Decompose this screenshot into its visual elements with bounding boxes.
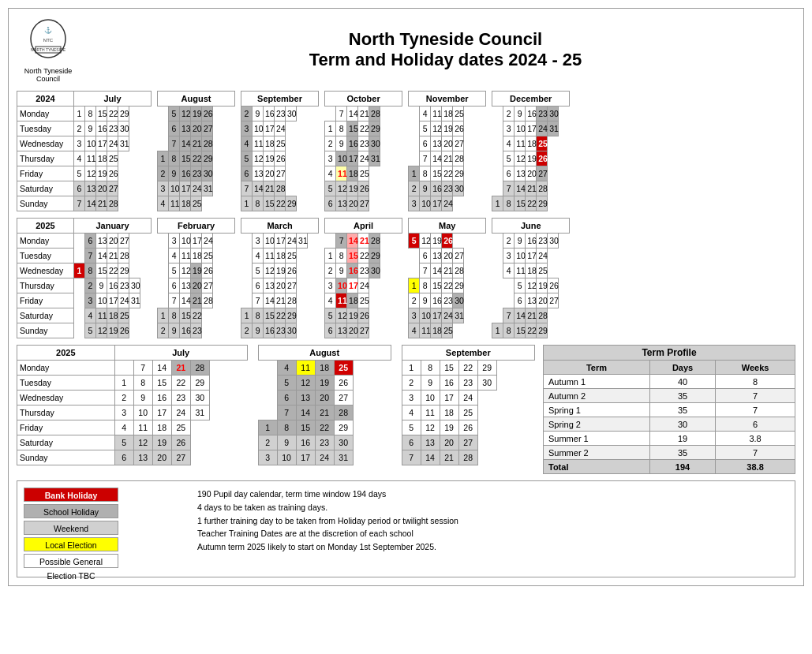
legend-weekend: Weekend bbox=[24, 521, 181, 535]
note-item: Autumn term 2025 likely to start on Mond… bbox=[197, 540, 458, 554]
day-label-sunday: Sunday bbox=[17, 196, 74, 211]
table-row: Friday 3 10 17 24 31 7 14 21 28 bbox=[17, 293, 795, 308]
legend-container: Bank Holiday School Holiday Weekend Loca… bbox=[24, 488, 788, 570]
month-october-2024: October bbox=[325, 92, 402, 107]
cal-table-2024: 2024 July August September October Novem… bbox=[17, 91, 795, 211]
term-name: Summer 1 bbox=[544, 432, 650, 446]
general-election-box: Possible General Election TBC bbox=[24, 554, 118, 568]
term-days: 30 bbox=[649, 417, 715, 432]
cal-2024-row1: 2024 July August September October Novem… bbox=[17, 91, 795, 211]
term-days: 194 bbox=[649, 460, 715, 474]
table-row: Wednesday 1 8 15 22 29 5 12 19 26 bbox=[17, 263, 795, 278]
legend-school-holiday: School Holiday bbox=[24, 504, 181, 518]
svg-text:NTC: NTC bbox=[43, 38, 54, 43]
logo: ⚓ NTC NORTH TYNESIDE North Tyneside Coun… bbox=[17, 17, 80, 83]
table-row: Sunday 7 14 21 28 4 11 18 25 bbox=[17, 196, 795, 211]
term-name: Summer 2 bbox=[544, 446, 650, 460]
cal-2025-row1: 2025 January February March April May Ju… bbox=[17, 218, 795, 338]
legend-section: Bank Holiday School Holiday Weekend Loca… bbox=[17, 480, 795, 577]
term-profile-section: Term Profile Term Days Weeks Autumn 1 40… bbox=[543, 345, 795, 474]
page: ⚓ NTC NORTH TYNESIDE North Tyneside Coun… bbox=[8, 8, 804, 586]
term-weeks: 7 bbox=[716, 403, 795, 417]
term-name: Autumn 2 bbox=[544, 389, 650, 403]
day-label-monday: Monday bbox=[17, 107, 74, 121]
month-feb-2025: February bbox=[158, 219, 235, 234]
table-row: Thursday 3 10 17 24 31 7 14 21 28 bbox=[17, 405, 535, 420]
bottom-section: 2025 July August September Monday 7 14 bbox=[17, 345, 795, 474]
bank-holiday-box: Bank Holiday bbox=[24, 488, 118, 502]
svg-text:NORTH TYNESIDE: NORTH TYNESIDE bbox=[31, 47, 66, 52]
month-apr-2025: April bbox=[325, 219, 402, 234]
term-name: Spring 1 bbox=[544, 403, 650, 417]
table-row: Monday 1 8 15 22 29 5 12 19 26 bbox=[17, 107, 795, 121]
weekend-box: Weekend bbox=[24, 521, 118, 535]
day-label-tuesday: Tuesday bbox=[17, 121, 74, 136]
note-item: 1 further training day to be taken from … bbox=[197, 514, 458, 528]
col-weeks: Weeks bbox=[716, 361, 795, 375]
term-days: 40 bbox=[649, 375, 715, 389]
day-label-monday: Monday bbox=[17, 234, 74, 249]
month-aug-2025: August bbox=[258, 346, 391, 361]
term-weeks: 38.8 bbox=[716, 460, 795, 474]
school-holiday-box: School Holiday bbox=[24, 504, 118, 518]
month-jun-2025: June bbox=[492, 219, 570, 234]
term-name: Autumn 1 bbox=[544, 375, 650, 389]
day-label-saturday: Saturday bbox=[17, 181, 74, 196]
table-row: Friday 4 11 18 25 1 8 15 22 29 bbox=[17, 420, 535, 435]
col-days: Days bbox=[649, 361, 715, 375]
day-label-thursday: Thursday bbox=[17, 151, 74, 166]
month-mar-2025: March bbox=[241, 219, 319, 234]
local-election-box: Local Election bbox=[24, 537, 118, 551]
day-label-saturday: Saturday bbox=[17, 308, 74, 323]
month-july-2024: July bbox=[74, 92, 152, 107]
table-row: Saturday 4 11 18 25 1 8 15 22 bbox=[17, 308, 795, 323]
year-2024: 2024 bbox=[17, 92, 74, 107]
term-weeks: 7 bbox=[716, 446, 795, 460]
term-days: 35 bbox=[649, 389, 715, 403]
table-row: Wednesday 3 10 17 24 31 7 14 21 28 bbox=[17, 136, 795, 151]
table-row: Tuesday 1 8 15 22 29 5 12 19 26 bbox=[17, 376, 535, 391]
table-row: Tuesday 2 9 16 23 30 6 13 20 27 bbox=[17, 121, 795, 136]
term-days: 35 bbox=[649, 446, 715, 460]
legend-local-election: Local Election bbox=[24, 537, 181, 551]
term-weeks: 8 bbox=[716, 375, 795, 389]
day-label-tuesday: Tuesday bbox=[17, 249, 74, 263]
table-row: Thursday 2 9 16 23 30 6 13 20 27 bbox=[17, 278, 795, 293]
term-name: Spring 2 bbox=[544, 417, 650, 432]
header: ⚓ NTC NORTH TYNESIDE North Tyneside Coun… bbox=[17, 17, 795, 83]
table-row: Sunday 6 13 20 27 3 10 17 24 31 bbox=[17, 450, 535, 465]
note-item: Teacher Training Dates are at the discre… bbox=[197, 527, 458, 540]
term-weeks: 6 bbox=[716, 417, 795, 432]
note-item: 4 days to be taken as training days. bbox=[197, 501, 458, 514]
legend-bank-holiday: Bank Holiday bbox=[24, 488, 181, 502]
legend-general-election: Possible General Election TBC bbox=[24, 554, 181, 568]
day-label-friday: Friday bbox=[17, 166, 74, 181]
term-days: 35 bbox=[649, 403, 715, 417]
svg-text:⚓: ⚓ bbox=[44, 26, 52, 34]
left-bottom: 2025 July August September Monday 7 14 bbox=[17, 345, 535, 474]
notes-column: 190 Pupil day calendar, term time window… bbox=[197, 488, 458, 570]
month-sep-2025: September bbox=[402, 346, 534, 361]
table-row: Sunday 5 12 19 26 2 9 16 23 bbox=[17, 323, 795, 338]
col-term: Term bbox=[544, 361, 650, 375]
day-label-friday: Friday bbox=[17, 293, 74, 308]
main-title: North Tyneside Council bbox=[95, 29, 795, 50]
crest-icon: ⚓ NTC NORTH TYNESIDE bbox=[24, 17, 72, 64]
year-2025: 2025 bbox=[17, 219, 74, 234]
table-row: Saturday 6 13 20 27 3 10 17 24 31 bbox=[17, 181, 795, 196]
cal-table-2025b: 2025 July August September Monday 7 14 bbox=[17, 345, 535, 465]
title-block: North Tyneside Council Term and Holiday … bbox=[95, 29, 795, 70]
term-profile-title: Term Profile bbox=[544, 346, 795, 361]
term-name: Total bbox=[544, 460, 650, 474]
table-row: Monday 6 13 20 27 3 10 17 24 bbox=[17, 234, 795, 249]
day-label-sunday: Sunday bbox=[17, 323, 74, 338]
legend-items: Bank Holiday School Holiday Weekend Loca… bbox=[24, 488, 181, 570]
table-row: Saturday 5 12 19 26 2 9 16 23 30 bbox=[17, 435, 535, 450]
year-2025b: 2025 bbox=[17, 346, 115, 361]
month-november-2024: November bbox=[409, 92, 486, 107]
month-jan-2025: January bbox=[74, 219, 152, 234]
day-label-thursday: Thursday bbox=[17, 278, 74, 293]
table-row: Friday 5 12 19 26 2 9 16 23 30 bbox=[17, 166, 795, 181]
month-august-2024: August bbox=[158, 92, 235, 107]
term-weeks: 7 bbox=[716, 389, 795, 403]
